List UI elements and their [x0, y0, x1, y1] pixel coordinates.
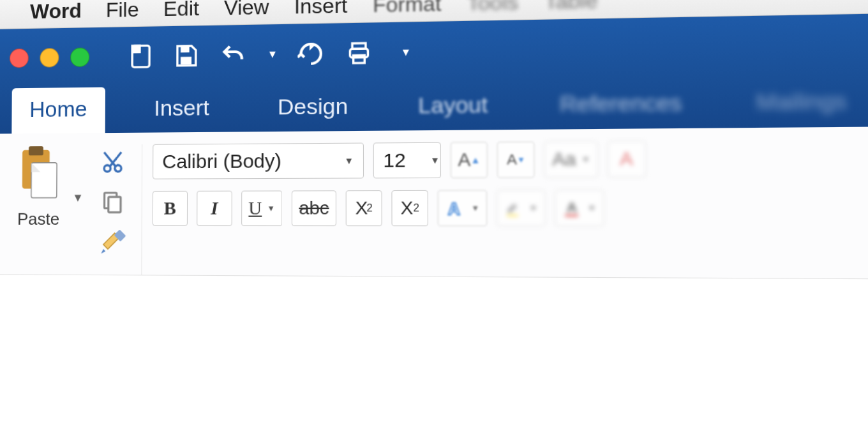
menubar-app-name[interactable]: Word	[30, 0, 82, 24]
chevron-down-icon: ▼	[344, 155, 354, 166]
shrink-font-button[interactable]: A▼	[497, 142, 535, 178]
svg-rect-8	[29, 146, 43, 156]
text-effects-button[interactable]: A▼	[438, 190, 487, 227]
window-zoom-button[interactable]	[70, 47, 89, 67]
highlight-button[interactable]: ▼	[497, 190, 545, 226]
bold-button[interactable]: B	[153, 191, 188, 226]
font-size-value: 12	[383, 149, 405, 171]
subscript-button[interactable]: X2	[346, 190, 382, 226]
menubar-item-table[interactable]: Table	[544, 0, 598, 14]
grow-font-button[interactable]: A▲	[451, 142, 488, 178]
strikethrough-button[interactable]: abc	[292, 190, 336, 226]
font-color-button[interactable]: A▼	[555, 190, 604, 226]
window-close-button[interactable]	[10, 49, 29, 68]
menubar-item-view[interactable]: View	[224, 0, 269, 20]
svg-point-11	[115, 165, 121, 172]
tab-references[interactable]: References	[540, 80, 702, 130]
save-icon[interactable]	[173, 43, 199, 69]
ribbon-group-clipboard: Paste ▼	[6, 144, 142, 275]
svg-text:A: A	[567, 199, 578, 215]
document-area[interactable]	[0, 275, 868, 440]
format-painter-icon[interactable]	[98, 227, 128, 257]
font-name-value: Calibri (Body)	[162, 150, 281, 173]
tab-mailings[interactable]: Mailings	[736, 78, 867, 128]
underline-button[interactable]: U▼	[241, 190, 282, 226]
menubar-item-format[interactable]: Format	[373, 0, 441, 17]
svg-rect-1	[132, 46, 140, 52]
svg-text:A: A	[448, 199, 460, 218]
svg-rect-2	[181, 46, 190, 52]
window-traffic-lights	[10, 47, 89, 68]
font-name-combo[interactable]: Calibri (Body) ▼	[153, 143, 364, 179]
quick-access-toolbar: ▼ ▼	[128, 39, 411, 70]
cut-icon[interactable]	[98, 147, 128, 177]
tab-home[interactable]: Home	[11, 87, 105, 133]
quick-access-overflow-icon[interactable]: ▼	[401, 47, 412, 59]
menubar-item-edit[interactable]: Edit	[163, 0, 199, 21]
undo-icon[interactable]	[219, 42, 248, 68]
paste-dropdown-icon[interactable]: ▼	[72, 191, 84, 204]
paste-icon[interactable]	[15, 145, 63, 203]
undo-dropdown-icon[interactable]: ▼	[267, 49, 278, 61]
change-case-button[interactable]: Aa▼	[544, 141, 598, 178]
tab-layout[interactable]: Layout	[399, 82, 507, 131]
clear-formatting-button[interactable]: A	[607, 140, 645, 178]
menubar-item-insert[interactable]: Insert	[294, 0, 347, 19]
paste-label: Paste	[17, 209, 59, 229]
ribbon-home: Paste ▼ Calibri (Body) ▼	[0, 125, 868, 280]
italic-button[interactable]: I	[197, 191, 232, 226]
print-icon[interactable]	[344, 40, 373, 66]
superscript-button[interactable]: X2	[392, 190, 429, 226]
ribbon-group-font: Calibri (Body) ▼ 12 ▼ A▲ A▼ Aa▼	[142, 140, 656, 277]
redo-icon[interactable]	[297, 40, 324, 67]
chevron-down-icon: ▼	[430, 155, 440, 166]
svg-rect-3	[181, 57, 191, 64]
svg-rect-13	[108, 197, 121, 212]
font-size-combo[interactable]: 12 ▼	[373, 142, 441, 179]
tab-insert[interactable]: Insert	[136, 86, 228, 133]
svg-rect-18	[565, 215, 578, 217]
copy-icon[interactable]	[98, 187, 128, 217]
autosave-icon[interactable]	[128, 43, 154, 70]
window-minimize-button[interactable]	[40, 48, 59, 67]
svg-rect-16	[507, 215, 518, 217]
menubar-item-file[interactable]: File	[106, 0, 139, 22]
svg-point-10	[104, 165, 110, 172]
tab-design[interactable]: Design	[259, 84, 367, 132]
menubar-item-tools[interactable]: Tools	[467, 0, 518, 16]
